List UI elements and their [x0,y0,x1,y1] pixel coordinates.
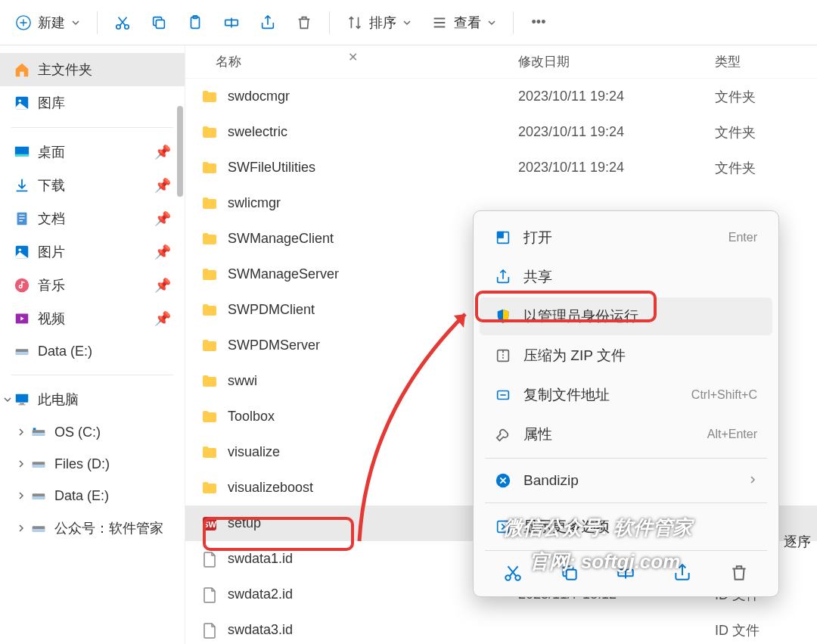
clipboard-icon [187,14,203,31]
ctx-properties-key: Alt+Enter [707,428,757,441]
col-type[interactable]: 类型 [715,53,817,70]
separator [485,502,767,503]
separator [97,11,98,34]
chevron-right-icon [17,425,26,440]
sidebar-desktop[interactable]: 桌面 📌 [0,135,185,169]
ctx-share[interactable]: 共享 [480,258,772,296]
sidebar-videos[interactable]: 视频 📌 [0,302,185,335]
rename-button[interactable] [616,563,635,583]
file-row[interactable]: SWFileUtilities2023/10/11 19:24文件夹 [185,150,817,185]
delete-button[interactable] [729,563,749,583]
col-date[interactable]: 修改日期 [518,53,715,70]
folder-icon [200,337,219,355]
sidebar-pictures[interactable]: 图片 📌 [0,235,185,269]
trash-icon [296,14,312,31]
view-icon [431,14,448,31]
new-button[interactable]: 新建 [8,8,88,38]
folder-icon [200,230,219,248]
file-row[interactable]: swelectric2023/10/11 19:24文件夹 [185,114,817,150]
file-name-text: swelectric [228,124,287,140]
sidebar-gallery-label: 图库 [38,94,65,112]
delete-button[interactable] [288,8,320,37]
sidebar-this-pc[interactable]: 此电脑 [0,383,185,416]
folder-icon [200,372,219,390]
home-icon [14,61,30,78]
sidebar-home[interactable]: 主文件夹 [0,53,185,86]
chevron-down-icon [71,18,80,27]
share-button[interactable] [673,563,692,583]
svg-rect-20 [18,404,25,405]
ctx-properties[interactable]: 属性 Alt+Enter [480,415,772,453]
sidebar-music[interactable]: 音乐 📌 [0,269,185,302]
ctx-open[interactable]: 打开 Enter [480,219,772,257]
chevron-down-icon [402,18,412,27]
bandizip-icon [495,472,511,489]
column-header: 名称 修改日期 类型 [185,45,817,79]
file-name-text: swdata2.id [228,586,293,602]
cut-button[interactable] [503,563,523,583]
sidebar-data-e2[interactable]: Data (E:) [0,480,185,512]
chevron-right-icon [748,474,757,487]
rename-button[interactable] [216,8,247,37]
sidebar-wechat[interactable]: 公众号：软件管家 [0,512,185,545]
wrench-icon [495,426,511,443]
cut-button[interactable] [107,8,138,37]
sidebar-os-c[interactable]: OS (C:) [0,416,185,448]
copypath-icon [495,387,511,403]
truncated-text: 逐序 [784,533,811,551]
file-type: 文件夹 [715,123,817,142]
drive-icon [30,424,47,440]
sidebar-files-d[interactable]: Files (D:) [0,448,185,480]
doc-icon [200,550,219,568]
toolbar: 新建 排序 查看 ••• [0,0,817,45]
copy-button[interactable] [143,8,175,37]
chevron-down-icon [487,18,496,27]
drive-icon [30,487,47,504]
ctx-copy-path[interactable]: 复制文件地址 Ctrl+Shift+C [480,376,772,414]
sidebar-data-e[interactable]: Data (E:) [0,335,185,367]
sidebar-wechat-label: 公众号：软件管家 [54,519,163,537]
ctx-toolbar [474,555,778,590]
pin-icon: 📌 [154,244,171,260]
pin-icon: 📌 [154,177,171,194]
ctx-copy-path-label: 复制文件地址 [523,385,610,405]
paste-button[interactable] [179,8,211,37]
pin-icon: 📌 [154,210,171,227]
file-row[interactable]: swdocmgr2023/10/11 19:24文件夹 [185,79,817,114]
sidebar-gallery[interactable]: 图库 [0,86,185,120]
ctx-zip-label: 压缩为 ZIP 文件 [523,346,626,366]
zip-icon [495,347,511,364]
file-type: 文件夹 [715,159,817,177]
file-name-text: Toolbox [228,409,275,425]
sort-label: 排序 [369,14,396,32]
ctx-zip[interactable]: 压缩为 ZIP 文件 [480,337,772,375]
copy-button[interactable] [560,563,579,583]
svg-rect-19 [20,403,24,405]
view-label: 查看 [454,14,481,32]
separator [329,11,330,34]
ctx-bandizip[interactable]: Bandizip [480,463,772,498]
sort-button[interactable]: 排序 [339,8,419,38]
view-button[interactable]: 查看 [424,8,504,38]
sidebar-downloads[interactable]: 下载 📌 [0,169,185,202]
share-button[interactable] [252,8,284,37]
sidebar-music-label: 音乐 [38,276,65,294]
ctx-run-admin[interactable]: 以管理员身份运行 [480,297,772,335]
ctx-share-label: 共享 [523,267,552,287]
more-button[interactable]: ••• [523,8,555,37]
file-name-text: visualizeboost [228,480,313,496]
close-icon[interactable]: ✕ [348,50,358,64]
shield-icon [495,308,511,325]
svg-point-8 [18,99,21,102]
sidebar-documents[interactable]: 文档 📌 [0,202,185,235]
ellipsis-icon: ••• [530,14,547,31]
separator [513,11,514,34]
separator [11,127,173,128]
file-name-text: swdata1.id [228,551,293,567]
desktop-icon [14,144,30,160]
folder-icon [200,159,219,177]
pc-icon [14,391,30,408]
file-row[interactable]: swdata3.idID 文件 [185,612,817,644]
sidebar-files-d-label: Files (D:) [54,456,110,472]
ctx-show-more[interactable]: 显示更多选项 [480,508,772,546]
